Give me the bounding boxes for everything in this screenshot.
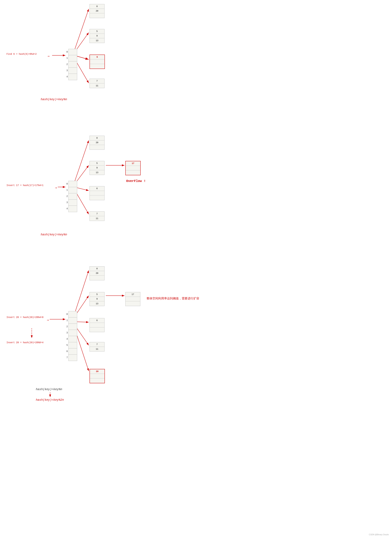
bucket-1-s1: 5 9 13 (90, 29, 105, 43)
overflow-cell-2-s2 (126, 170, 140, 175)
index-label-3-s1: 3 (67, 67, 68, 74)
index-label-4-s1: 4 (67, 74, 68, 80)
index-cell-0-s2 (68, 181, 77, 187)
formula-s2: hash(key)=key%n (41, 233, 67, 236)
bucket-1-s3: 5 9 13 (90, 292, 105, 306)
insert-label-s3a: Insert 20 = hash(20)=20%4=0 (6, 316, 43, 319)
bucket-2-s2: 6 (90, 186, 105, 200)
index-cell-4-s3 (68, 336, 77, 342)
index-cell-0-s3 (68, 311, 77, 318)
overflow-bucket-s2: 17 (125, 161, 141, 175)
bucket-3-cell-1-s1: 11 (90, 83, 104, 88)
bucket-0-cell-1-s2: 20 (90, 140, 104, 145)
index-label-0-s3: 0 (67, 311, 68, 317)
index-table-s3: 0 1 2 3 4 5 6 7 (67, 311, 77, 361)
insert-label-s3b: Insert 20 = hash(20)=20%8=4 (6, 341, 43, 344)
index-cell-2-s1 (68, 61, 77, 67)
index-table-s1: 0 1 2 3 4 (67, 49, 77, 80)
index-label-1-s3: 1 (67, 317, 68, 323)
bucket-2-cell-1-s1 (90, 59, 105, 64)
index-label-2-s2: 2 (67, 193, 68, 199)
bucket-4-cell-1-s3: 11 (90, 347, 104, 351)
bucket-7-s3: 20 (90, 369, 105, 383)
bucket-3-cell-2-s3 (90, 327, 104, 332)
formula-s3a: hash(key)=key%n (36, 388, 62, 391)
bucket-3-s3: 6 (90, 318, 105, 332)
find-label-s1: Find 6 = hash(6)=6%4=2 (6, 53, 37, 55)
watermark: CSDN @Binary Oracle (369, 534, 389, 536)
index-label-0-s1: 0 (67, 49, 68, 55)
bucket-2-cell-0-s2: 6 (90, 186, 104, 191)
bucket-1-cell-0-s1: 5 (90, 29, 104, 34)
index-cell-1-s1 (68, 55, 77, 61)
bucket-1-cell-1-s3: 9 (90, 297, 104, 301)
expansion-note: 整体空间利用率达到阈值，需要进行扩容 (147, 296, 199, 300)
svg-line-9 (74, 140, 89, 183)
bucket-2-cell-2-s2 (90, 195, 104, 200)
bucket-0-cell-0-s2: 8 (90, 136, 104, 140)
index-cell-4-s1 (68, 74, 77, 80)
overflow-cell-0-s3: 17 (125, 292, 140, 297)
bucket-1-s2: 5 9 13 (90, 161, 105, 175)
bucket-1-cell-2-s3: 13 (90, 301, 104, 306)
svg-line-4 (74, 9, 89, 51)
index-label-7-s3: 7 (67, 354, 68, 361)
overflow-cell-2-s3 (125, 301, 140, 306)
bucket-0-s1: 8 20 (90, 4, 105, 18)
overflow-cell-1-s3 (125, 297, 140, 301)
bucket-3-cell-1-s3 (90, 323, 104, 327)
index-cell-1-s2 (68, 187, 77, 193)
formula-s3b: hash(key)=key%2n (36, 398, 64, 402)
index-label-3-s2: 3 (67, 199, 68, 206)
index-cell-7-s3 (68, 355, 77, 361)
bucket-0-cell-2-s3 (90, 276, 104, 280)
index-label-3-s3: 3 (67, 330, 68, 336)
bucket-7-cell-2-s3 (90, 378, 105, 383)
bucket-4-cell-0-s3: 7 (90, 342, 104, 347)
index-cell-6-s3 (68, 348, 77, 355)
index-label-2-s3: 2 (67, 323, 68, 330)
index-label-6-s3: 6 (67, 348, 68, 354)
index-cell-1-s3 (68, 318, 77, 324)
bucket-1-cell-0-s3: 5 (90, 292, 104, 297)
formula-s1: hash(key)=key%n (41, 98, 67, 101)
index-cell-4-s2 (68, 206, 77, 212)
arrow-indicator-s1: ⇒ (48, 54, 49, 58)
bucket-1-cell-1-s1: 9 (90, 34, 104, 38)
bucket-3-cell-0-s2: 7 (90, 212, 104, 216)
arrow-indicator-s2: ⇒ (55, 186, 57, 190)
bucket-1-cell-0-s2: 5 (90, 161, 104, 166)
overflow-bucket-s3: 17 (125, 292, 140, 306)
index-label-1-s2: 1 (67, 187, 68, 193)
bucket-3-cell-1-s2: 11 (90, 216, 104, 221)
bucket-4-s3: 7 11 (90, 342, 105, 351)
index-label-1-s1: 1 (67, 55, 68, 61)
index-cell-2-s2 (68, 193, 77, 200)
bucket-1-cell-2-s1: 13 (90, 38, 104, 43)
bucket-2-cell-0-s1: 6 (90, 55, 105, 59)
bucket-2-cell-2-s1 (90, 64, 105, 69)
index-label-4-s2: 4 (67, 206, 68, 212)
bucket-1-cell-2-s2: 13 (90, 170, 104, 175)
index-cell-3-s2 (68, 200, 77, 206)
index-label-0-s2: 0 (67, 181, 68, 187)
bucket-2-s1: 6 (90, 55, 105, 69)
index-table-s2: 0 1 2 3 4 (67, 181, 77, 212)
overflow-cell-1-s2 (126, 166, 140, 170)
bucket-0-cell-2-s2 (90, 145, 104, 149)
arrow-indicator-s3: ⇒ (47, 318, 49, 322)
bucket-2-cell-1-s2 (90, 191, 104, 195)
index-cell-5-s3 (68, 342, 77, 348)
index-cell-3-s1 (68, 67, 77, 74)
bucket-0-cell-1-s3: 20 (90, 271, 104, 276)
bucket-0-s3: 8 20 (90, 266, 105, 280)
overflow-label-s2: OverFlow ! (126, 179, 146, 183)
bucket-1-cell-1-s2: 9 (90, 166, 104, 170)
bucket-0-cell-0-s1: 8 (90, 4, 104, 9)
bucket-0-cell-1-s1: 20 (90, 9, 104, 13)
index-cell-2-s3 (68, 324, 77, 330)
index-label-2-s1: 2 (67, 61, 68, 67)
bucket-0-s2: 8 20 (90, 136, 105, 150)
bucket-3-cell-0-s3: 6 (90, 318, 104, 323)
bucket-0-cell-2-s1 (90, 13, 104, 18)
